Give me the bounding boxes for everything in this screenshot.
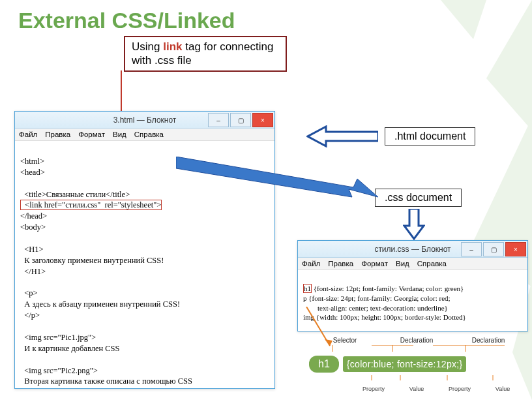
html-window-title: 3.html — Блокнот	[113, 115, 177, 125]
menu-item[interactable]: Правка	[328, 260, 353, 268]
maximize-button[interactable]: ▢	[230, 113, 251, 127]
label-html-doc: .html document	[385, 127, 475, 146]
code-line: И к картинке добавлен CSS	[20, 344, 120, 353]
menu-item[interactable]: Вид	[113, 131, 126, 138]
css-menubar: Файл Правка Формат Вид Справка	[298, 258, 527, 270]
code-line: p {font-size: 24pt; font-family: Georgia…	[303, 294, 451, 302]
diag-label-property: Property	[438, 386, 481, 392]
html-titlebar: 3.html — Блокнот – ▢ ×	[15, 112, 274, 129]
diag-label-value: Value	[481, 386, 524, 392]
code-line: <H1>	[20, 245, 44, 254]
css-titlebar: стили.css — Блокнот – ▢ ×	[298, 241, 527, 258]
arrow-to-css-window	[403, 209, 425, 240]
svg-marker-0	[486, 0, 532, 131]
diag-label-property: Property	[352, 386, 395, 392]
svg-marker-4	[176, 157, 378, 197]
selector-pill: h1	[309, 356, 339, 373]
callout-prefix: Using	[132, 40, 163, 53]
callout-keyword: link	[163, 40, 182, 53]
code-line: <p>	[20, 288, 38, 298]
html-window: 3.html — Блокнот – ▢ × Файл Правка Форма…	[14, 111, 275, 389]
css-h1-selector: h1	[303, 284, 312, 293]
diag-label-declaration: Declaration	[452, 337, 524, 344]
menu-item[interactable]: Формат	[78, 131, 105, 138]
code-line: <html>	[20, 157, 44, 166]
code-line: {font-size: 12pt; font-family: Verdana; …	[314, 285, 464, 292]
menu-item[interactable]: Формат	[361, 260, 388, 268]
callout-box: Using link tag for connecting with .css …	[124, 36, 287, 72]
diag-label-declaration: Declaration	[381, 337, 452, 344]
close-button[interactable]: ×	[505, 242, 526, 256]
menu-item[interactable]: Файл	[19, 131, 37, 138]
code-line: <img src="Pic2.png">	[20, 366, 98, 375]
svg-marker-3	[441, 0, 486, 39]
menu-item[interactable]: Вид	[396, 260, 409, 268]
menu-item[interactable]: Справка	[417, 260, 447, 268]
code-line: <img src="Pic1.jpg">	[20, 333, 96, 342]
code-line: <title>Связанные стили</title>	[20, 190, 130, 199]
code-line: Вторая картинка также описана с помощью …	[20, 377, 192, 386]
code-line-link: <link href="стили.css" rel="stylesheet">	[20, 200, 162, 210]
code-line: А здесь к абзацу применен внутренний CSS…	[20, 300, 180, 309]
arrow-to-html-label	[306, 125, 378, 147]
code-line: </p>	[20, 311, 40, 320]
css-window-controls: – ▢ ×	[461, 241, 527, 258]
code-line: </head>	[20, 211, 47, 221]
menu-item[interactable]: Справка	[134, 131, 164, 138]
menu-item[interactable]: Правка	[45, 131, 70, 138]
minimize-button[interactable]: –	[208, 113, 229, 127]
maximize-button[interactable]: ▢	[483, 242, 504, 256]
diag-brackets-bottom	[309, 374, 524, 382]
diag-label-value: Value	[395, 386, 438, 392]
label-css-doc: .css document	[375, 189, 462, 207]
minimize-button[interactable]: –	[461, 242, 482, 256]
css-window-title: стили.css — Блокнот	[374, 245, 451, 254]
css-rule-diagram: Selector Declaration Declaration h1 {col…	[309, 335, 524, 392]
diag-label-selector: Selector	[309, 337, 381, 344]
html-menubar: Файл Правка Формат Вид Справка	[15, 129, 274, 141]
code-line: </H1>	[20, 267, 46, 276]
arrow-link-to-css	[176, 157, 378, 202]
html-window-controls: – ▢ ×	[208, 112, 274, 129]
close-button[interactable]: ×	[252, 113, 273, 127]
slide-title: External CSS/Linked	[18, 8, 235, 33]
code-line: К заголовку применен внутренний CSS!	[20, 256, 164, 265]
menu-item[interactable]: Файл	[302, 260, 320, 268]
diag-brackets-top	[309, 345, 524, 353]
code-line: <head>	[20, 168, 45, 177]
declaration-pill: {color:blue; font-size:12px;}	[343, 356, 467, 372]
code-line: <body>	[20, 223, 46, 232]
